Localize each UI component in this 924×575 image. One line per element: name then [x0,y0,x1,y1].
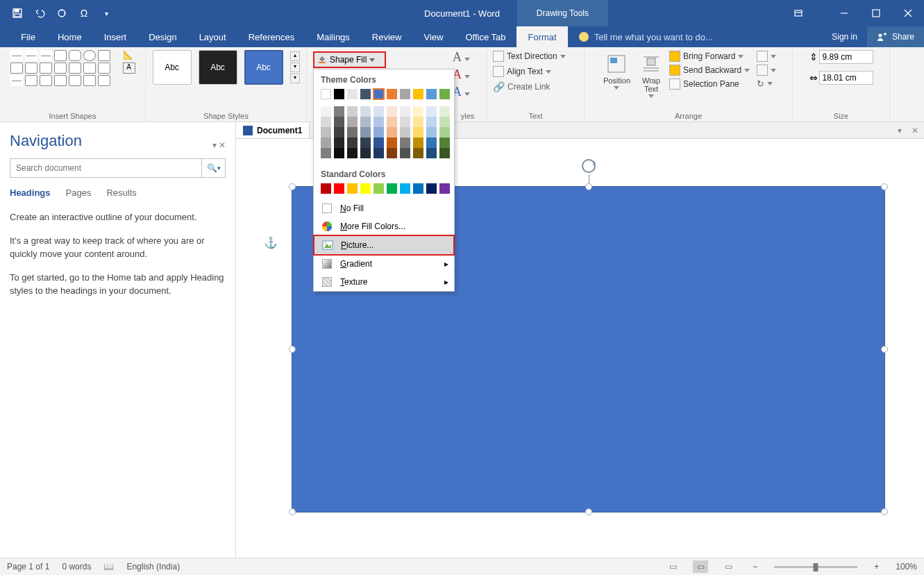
text-effects-icon[interactable]: A [453,85,470,99]
color-swatch[interactable] [360,117,371,127]
edit-shape-icon[interactable]: 📐 [123,50,133,61]
share-button[interactable]: Share [867,26,924,47]
resize-handle[interactable] [289,183,296,190]
zoom-in-button[interactable]: + [870,562,883,572]
undo-button[interactable] [31,4,49,22]
nav-tab-headings[interactable]: Headings [10,188,51,198]
position-button[interactable]: Position [599,50,635,92]
color-swatch[interactable] [373,106,384,117]
group-button[interactable] [755,64,778,76]
color-swatch[interactable] [400,148,410,158]
color-swatch[interactable] [321,127,331,138]
color-swatch[interactable] [321,148,331,158]
tab-layout[interactable]: Layout [188,26,237,47]
wrap-text-button[interactable]: Wrap Text [636,50,666,101]
color-swatch[interactable] [360,89,371,99]
doc-tab-close[interactable]: ✕ [906,126,924,135]
color-swatch[interactable] [439,106,450,117]
color-swatch[interactable] [347,138,358,148]
color-swatch[interactable] [321,117,331,127]
color-swatch[interactable] [373,138,384,148]
color-swatch[interactable] [387,138,397,148]
bring-forward-button[interactable]: Bring Forward [668,50,751,62]
tab-view[interactable]: View [412,26,454,47]
tab-review[interactable]: Review [361,26,413,47]
zoom-slider[interactable] [774,566,857,568]
nav-tab-pages[interactable]: Pages [66,188,92,198]
color-swatch[interactable] [426,183,437,194]
resize-handle[interactable] [881,508,888,515]
close-button[interactable] [892,0,924,26]
color-swatch[interactable] [387,89,397,99]
selection-pane-button[interactable]: Selection Pane [668,78,751,90]
resize-handle[interactable] [881,183,888,190]
nav-tab-results[interactable]: Results [106,188,136,198]
shape-width-input[interactable]: ⇔18.01 cm [809,71,873,85]
rotate-button[interactable]: ↻ [755,78,778,90]
color-swatch[interactable] [360,183,371,194]
resize-handle[interactable] [289,346,296,353]
more-fill-colors-item[interactable]: More Fill Colors... [314,217,454,235]
color-swatch[interactable] [387,127,397,138]
view-web-layout[interactable]: ▭ [721,560,736,573]
resize-handle[interactable] [289,508,296,515]
status-words[interactable]: 0 words [62,562,91,572]
style-preset-1[interactable]: Abc [153,50,192,85]
color-swatch[interactable] [439,117,450,127]
color-swatch[interactable] [321,183,331,194]
resize-handle[interactable] [881,346,888,353]
document-tab[interactable]: Document1 [236,122,310,138]
tab-home[interactable]: Home [47,26,93,47]
text-outline-icon[interactable]: A [453,67,470,82]
tell-me-search[interactable]: Tell me what you want to do... [568,26,724,47]
view-read-mode[interactable]: ▭ [665,560,680,573]
tab-references[interactable]: References [237,26,305,47]
gradient-fill-item[interactable]: Gradient▸ [314,255,454,273]
redo-button[interactable] [53,4,71,22]
search-go-button[interactable]: 🔍▾ [201,159,225,177]
color-swatch[interactable] [373,89,384,99]
tab-mailings[interactable]: Mailings [305,26,361,47]
color-swatch[interactable] [413,89,423,99]
color-swatch[interactable] [426,138,437,148]
color-swatch[interactable] [334,148,344,158]
tab-insert[interactable]: Insert [93,26,138,47]
color-swatch[interactable] [334,117,344,127]
status-page[interactable]: Page 1 of 1 [7,562,49,572]
resize-handle[interactable] [585,508,592,515]
color-swatch[interactable] [360,127,371,138]
picture-fill-item[interactable]: Picture... [313,235,455,256]
color-swatch[interactable] [347,117,358,127]
tab-file[interactable]: File [10,26,47,47]
qat-customize[interactable]: ▾ [97,4,115,22]
tab-office-tab[interactable]: Office Tab [454,26,516,47]
sign-in-link[interactable]: Sign in [822,26,867,47]
color-swatch[interactable] [439,183,450,194]
search-input[interactable] [10,159,201,177]
color-swatch[interactable] [360,138,371,148]
color-swatch[interactable] [373,127,384,138]
color-swatch[interactable] [334,106,344,117]
color-swatch[interactable] [387,183,397,194]
shape-height-input[interactable]: ⇕9.89 cm [809,50,873,64]
color-swatch[interactable] [373,183,384,194]
no-fill-item[interactable]: No Fill [314,199,454,217]
minimize-button[interactable] [828,0,860,26]
color-swatch[interactable] [387,117,397,127]
nav-search[interactable]: 🔍▾ [10,158,226,178]
color-swatch[interactable] [334,89,344,99]
zoom-level[interactable]: 100% [896,562,917,572]
style-scroll-down[interactable]: ▾ [290,62,300,72]
color-swatch[interactable] [426,106,437,117]
tab-design[interactable]: Design [137,26,187,47]
color-swatch[interactable] [413,106,423,117]
color-swatch[interactable] [400,127,410,138]
color-swatch[interactable] [347,127,358,138]
color-swatch[interactable] [439,127,450,138]
color-swatch[interactable] [334,138,344,148]
save-button[interactable] [8,4,26,22]
maximize-button[interactable] [860,0,892,26]
send-backward-button[interactable]: Send Backward [668,64,751,76]
color-swatch[interactable] [321,89,331,99]
color-swatch[interactable] [439,138,450,148]
